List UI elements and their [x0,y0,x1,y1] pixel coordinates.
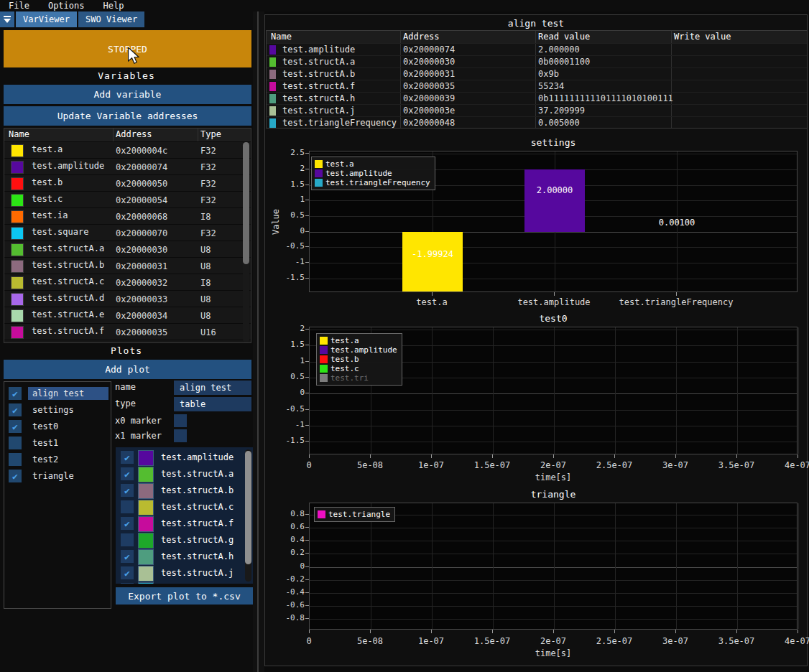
series-color-swatch[interactable] [138,450,154,466]
table-row[interactable]: test.structA.c0x20000032I8 [4,274,251,291]
series-item-test.structA.j[interactable]: ✔test.structA.j [116,566,253,582]
plot-list-item-settings[interactable]: ✔settings [4,402,111,419]
legend-item-test.amplitude[interactable]: test.amplitude [320,345,397,355]
bar-test.a[interactable] [402,232,463,291]
table-row[interactable]: test.b0x20000050F32 [4,174,251,192]
series-color-swatch[interactable] [138,500,154,515]
variable-color-swatch[interactable] [11,260,24,273]
read-value[interactable]: 0.005000 [538,118,580,128]
read-value[interactable]: 0b111111111101111010100111 [538,93,673,103]
plot-visible-checkbox[interactable]: ✔ [9,420,22,433]
variables-scrollbar-thumb[interactable] [243,142,249,264]
table-row[interactable] [4,340,251,343]
legend[interactable]: test.triangle [314,507,395,522]
variable-color-swatch[interactable] [11,293,24,306]
collapse-panel-icon[interactable] [0,11,14,27]
plot-name-label[interactable]: test0 [28,420,108,433]
legend-item-test.b[interactable]: test.b [320,355,397,364]
series-visible-checkbox[interactable]: ✔ [121,550,134,563]
table-row[interactable]: test.structA.a0x20000030U8 [4,241,251,258]
table-row[interactable]: test.structA.b0x20000031U8 [4,257,251,274]
plot-name-input[interactable]: align test [174,381,251,395]
column-header-name[interactable]: Name [271,32,292,42]
series-color-swatch[interactable] [138,467,154,482]
legend-item-test.a[interactable]: test.a [320,336,397,345]
plot-name-label[interactable]: test2 [28,453,108,466]
table-row[interactable]: test.structA.b0x200000310x9b [267,67,807,80]
series-item[interactable]: ✔ [116,582,253,584]
table-row[interactable]: test.triangleFrequency0x200000480.005000 [267,116,807,129]
plot-name-label[interactable]: align test [28,387,108,400]
tab-swo-viewer[interactable]: SWO Viewer [78,11,144,27]
variable-color-swatch[interactable] [11,342,24,343]
series-item-test.structA.f[interactable]: ✔test.structA.f [116,516,253,533]
series-item-test.structA.a[interactable]: ✔test.structA.a [116,467,253,483]
variable-color-swatch[interactable] [11,309,24,322]
table-row[interactable]: test.structA.j0x2000003e37.209999 [267,104,807,117]
variable-color-swatch[interactable] [11,144,24,157]
series-visible-checkbox[interactable]: ✔ [121,517,134,530]
table-row[interactable]: test.structA.h0x200000390b11111111110111… [267,92,807,105]
series-color-swatch[interactable] [138,483,154,499]
plot-list-item-triangle[interactable]: ✔triangle [4,468,111,485]
table-row[interactable]: test.a0x2000004cF32 [4,141,251,159]
series-item-test.structA.c[interactable]: test.structA.c [116,500,253,516]
legend-item-test.triangle[interactable]: test.triangle [318,510,390,519]
read-value[interactable]: 2.000000 [538,45,580,55]
plot-visible-checkbox[interactable] [9,437,22,449]
read-value[interactable]: 55234 [538,81,564,91]
plot-visible-checkbox[interactable] [9,453,22,466]
read-value[interactable]: 37.209999 [538,106,585,116]
table-row[interactable]: test.amplitude0x20000074F32 [4,158,251,175]
series-item-test.structA.g[interactable]: test.structA.g [116,533,253,549]
legend[interactable]: test.atest.amplitudetest.btest.ctest.tri [316,333,402,386]
column-header-name[interactable]: Name [9,129,29,139]
series-color-swatch[interactable] [138,533,154,549]
plot-name-label[interactable]: test1 [28,437,108,449]
read-value[interactable]: 0x9b [538,69,559,79]
series-color-swatch[interactable] [138,516,154,532]
table-row[interactable]: test.amplitude0x200000742.000000 [267,43,807,56]
table-row[interactable]: test.structA.f0x2000003555234 [267,80,807,93]
column-header-address[interactable]: Address [403,32,440,42]
legend-item-test.triangleFrequency[interactable]: test.triangleFrequency [315,178,430,187]
variable-color-swatch[interactable] [11,210,24,223]
variable-color-swatch[interactable] [11,227,24,240]
table-row[interactable]: test.structA.a0x200000300b00001100 [267,55,807,68]
table-row[interactable]: test.structA.e0x20000034U8 [4,307,251,324]
plot-list-item-align-test[interactable]: ✔align test [4,386,111,402]
legend-item-test.tri[interactable]: test.tri [320,373,397,383]
variable-color-swatch[interactable] [11,194,24,207]
column-header-read-value[interactable]: Read value [538,32,590,42]
series-item-test.amplitude[interactable]: ✔test.amplitude [116,450,253,467]
series-color-swatch[interactable] [138,582,154,584]
plot-list-item-test2[interactable]: test2 [4,452,111,468]
series-visible-checkbox[interactable]: ✔ [121,451,134,464]
series-visible-checkbox[interactable]: ✔ [121,583,134,584]
variable-color-swatch[interactable] [11,326,24,339]
table-row[interactable]: test.square0x20000070F32 [4,224,251,241]
variable-color-swatch[interactable] [11,161,24,174]
variable-color-swatch[interactable] [11,243,24,256]
plot-visible-checkbox[interactable]: ✔ [9,470,22,482]
export-csv-button[interactable]: Export plot to *.csv [116,587,253,605]
menu-file[interactable]: File [9,1,29,11]
read-value[interactable]: 0b00001100 [538,57,590,67]
plot-list-item-test0[interactable]: ✔test0 [4,419,111,435]
menu-help[interactable]: Help [103,1,124,11]
series-visible-checkbox[interactable] [121,533,134,546]
panel-divider[interactable] [253,11,264,672]
table-row[interactable]: test.ia0x20000068I8 [4,207,251,225]
series-visible-checkbox[interactable]: ✔ [121,566,134,579]
plot-name-label[interactable]: settings [28,403,108,416]
plot-list-item-test1[interactable]: test1 [4,435,111,452]
add-plot-button[interactable]: Add plot [4,360,251,379]
table-row[interactable]: test.c0x20000054F32 [4,191,251,208]
variable-color-swatch[interactable] [11,177,24,190]
series-color-swatch[interactable] [138,549,154,565]
menu-options[interactable]: Options [48,1,85,11]
legend[interactable]: test.atest.amplitudetest.triangleFrequen… [311,157,435,190]
plot-visible-checkbox[interactable]: ✔ [9,387,22,400]
plot-name-label[interactable]: triangle [28,470,108,482]
series-visible-checkbox[interactable] [121,500,134,513]
